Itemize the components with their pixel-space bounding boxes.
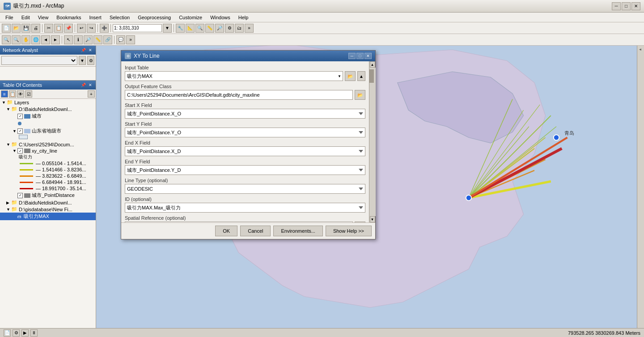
na-tool-btn[interactable]: ▼: [79, 56, 86, 65]
dialog-maximize-btn[interactable]: □: [356, 53, 364, 59]
tool7[interactable]: 🗂: [235, 24, 244, 33]
scroll-up-btn[interactable]: ▲: [370, 61, 375, 68]
copy-button[interactable]: 📋: [54, 24, 63, 33]
tool3[interactable]: 🔍: [195, 24, 204, 33]
spatial-ref-input[interactable]: GCS_WGS_1984: [125, 222, 353, 222]
menu-file[interactable]: File: [2, 14, 17, 21]
spatial-ref-browse-btn[interactable]: 📂: [355, 222, 365, 222]
start-y-select[interactable]: 城市_PointDistance.Y_O: [125, 128, 365, 137]
na-dropdown[interactable]: [1, 56, 77, 65]
close-button[interactable]: ✕: [631, 2, 640, 10]
dialog-close-btn[interactable]: ✕: [364, 53, 372, 59]
dialog-minimize-btn[interactable]: ─: [348, 53, 356, 59]
tool1[interactable]: 🔧: [176, 24, 185, 33]
toc-users-folder[interactable]: ▼ 📁 C:\Users\25294\Docum...: [0, 141, 96, 148]
xy-to-line-dialog[interactable]: ⚙ XY To Line ─ □ ✕ Input Table: [121, 50, 376, 239]
pan-button[interactable]: ✋: [21, 35, 30, 44]
toc-selection-btn[interactable]: ☑: [25, 90, 32, 98]
print-button[interactable]: 🖨: [31, 24, 40, 33]
end-y-select[interactable]: 城市_PointDistance.Y_D: [125, 165, 365, 175]
menu-bookmarks[interactable]: Bookmarks: [53, 14, 85, 21]
back-button[interactable]: ◄: [41, 35, 50, 44]
ok-button[interactable]: OK: [215, 226, 237, 236]
toc-list-btn[interactable]: ≡: [1, 90, 8, 98]
toc-gisdatabase[interactable]: ▼ 📁 D:\gisdatabase\New Fi...: [0, 206, 96, 213]
scroll-down-btn[interactable]: ▼: [370, 216, 375, 222]
toc-source-btn[interactable]: 📋: [9, 90, 16, 98]
status-btn1[interactable]: 📄: [4, 329, 11, 337]
na-tool-btn2[interactable]: ⚙: [87, 56, 94, 65]
more-tools[interactable]: »: [245, 24, 254, 33]
menu-windows[interactable]: Windows: [207, 14, 234, 21]
toc-visible-btn[interactable]: 👁: [17, 90, 24, 98]
identify-button[interactable]: ℹ: [74, 35, 83, 44]
status-btn4[interactable]: ⏸: [30, 329, 38, 337]
paste-button[interactable]: 📌: [64, 24, 73, 33]
add-data-button[interactable]: ➕: [100, 24, 109, 33]
status-btn2[interactable]: ⚙: [13, 329, 20, 337]
hyperlink-button[interactable]: 🔗: [103, 35, 112, 44]
more-tools2[interactable]: »: [126, 35, 135, 44]
pd-checkbox[interactable]: ✓: [17, 193, 23, 198]
toc-pin-button[interactable]: 📌: [80, 83, 87, 87]
toc-pointdistance[interactable]: ✓ 城市_PointDistance: [0, 192, 96, 199]
menu-edit[interactable]: Edit: [18, 14, 34, 21]
scale-input[interactable]: 1: 3,031,310: [113, 24, 162, 32]
redo-button[interactable]: ↪: [87, 24, 96, 33]
toc-layers-root[interactable]: ▼ 📁 Layers: [0, 99, 96, 106]
menu-customize[interactable]: Customize: [175, 14, 206, 21]
save-button[interactable]: 💾: [21, 24, 30, 33]
toc-shandong-layer[interactable]: ▼ ✓ 山东省地级市: [0, 127, 96, 135]
measure-button[interactable]: 📏: [93, 35, 102, 44]
input-table-select[interactable]: 吸引力MAX: [125, 71, 343, 81]
maximize-button[interactable]: □: [622, 2, 631, 10]
select-button[interactable]: ↖: [64, 35, 73, 44]
city-checkbox[interactable]: ✓: [17, 114, 23, 119]
open-button[interactable]: 📂: [12, 24, 21, 33]
tool2[interactable]: 📐: [186, 24, 195, 33]
forward-button[interactable]: ►: [51, 35, 60, 44]
map-tip-button[interactable]: 💬: [116, 35, 125, 44]
undo-button[interactable]: ↩: [77, 24, 86, 33]
toc-baidunetdisk2[interactable]: ▶ 📁 D:\BaiduNetdiskDownl...: [0, 199, 96, 206]
tool4[interactable]: 📏: [205, 24, 214, 33]
toc-xycityline-layer[interactable]: ▼ ✓ xy_city_line: [0, 148, 96, 154]
line-type-select[interactable]: GEODESIC: [125, 184, 365, 194]
status-btn3[interactable]: ▶: [21, 329, 29, 337]
toc-close-button[interactable]: ✕: [88, 83, 93, 87]
input-table-browse-btn[interactable]: 📂: [345, 71, 356, 81]
zoom-out-button[interactable]: 🔍: [12, 35, 21, 44]
na-pin-button[interactable]: 📌: [80, 48, 87, 52]
menu-view[interactable]: View: [34, 14, 52, 21]
cut-button[interactable]: ✂: [44, 24, 53, 33]
id-select[interactable]: 吸引力MAX.Max_吸引力: [125, 203, 365, 213]
toc-expand-btn[interactable]: +: [88, 90, 95, 98]
toc-city-layer[interactable]: ✓ 城市: [0, 112, 96, 120]
minimize-button[interactable]: ─: [612, 2, 621, 10]
find-button[interactable]: 🔎: [84, 35, 93, 44]
environments-button[interactable]: Environments...: [273, 226, 322, 236]
output-fc-input[interactable]: C:\Users\25294\Documents\ArcGIS\Default.…: [125, 90, 353, 100]
menu-selection[interactable]: Selection: [106, 14, 133, 21]
tool6[interactable]: ⚙: [225, 24, 234, 33]
toc-baidunetdisk1[interactable]: ▼ 📁 D:\BaiduNetdiskDownl...: [0, 106, 96, 112]
show-help-button[interactable]: Show Help >>: [326, 226, 372, 236]
full-extent-button[interactable]: 🌐: [31, 35, 40, 44]
scale-dropdown[interactable]: ▼: [163, 24, 172, 33]
output-fc-browse-btn[interactable]: 📂: [355, 90, 365, 100]
xycityline-checkbox[interactable]: ✓: [17, 148, 23, 154]
cancel-button[interactable]: Cancel: [240, 226, 271, 236]
menu-help[interactable]: Help: [235, 14, 252, 21]
new-button[interactable]: 📄: [2, 24, 11, 33]
input-table-scroll-btn[interactable]: ▲: [357, 71, 365, 81]
end-x-select[interactable]: 城市_PointDistance.X_D: [125, 146, 365, 156]
menu-insert[interactable]: Insert: [85, 14, 105, 21]
na-close-button[interactable]: ✕: [88, 48, 93, 52]
zoom-in-button[interactable]: 🔍: [2, 35, 11, 44]
shandong-checkbox[interactable]: ✓: [17, 128, 23, 134]
start-x-select[interactable]: 城市_PointDistance.X_O: [125, 109, 365, 119]
scroll-thumb[interactable]: [369, 69, 374, 83]
menu-geoprocessing[interactable]: Geoprocessing: [134, 14, 174, 21]
tool5[interactable]: 🔎: [215, 24, 224, 33]
toc-xiyin-max[interactable]: 🗃 吸引力MAX: [0, 213, 96, 220]
